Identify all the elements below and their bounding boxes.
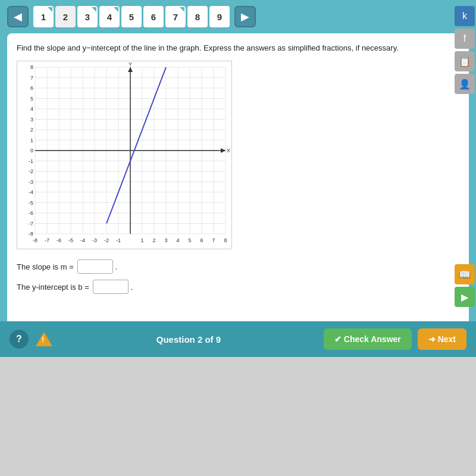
gray-bottom-area	[0, 357, 476, 476]
slope-label: The slope is m =	[17, 262, 74, 271]
nav-num-2[interactable]: 2	[55, 6, 76, 27]
next-button[interactable]: ➜ Next	[418, 328, 466, 350]
nav-num-5[interactable]: 5	[121, 6, 142, 27]
intercept-input[interactable]	[93, 280, 129, 294]
nav-num-6[interactable]: 6	[143, 6, 164, 27]
sidebar-icon-user[interactable]: 👤	[455, 74, 475, 94]
right-sidebar-lower: 📖 ▶	[452, 262, 476, 309]
intercept-period: .	[131, 283, 133, 292]
warning-icon	[36, 332, 52, 346]
right-sidebar: k f 📋 👤	[452, 0, 476, 100]
help-button[interactable]: ?	[10, 330, 29, 349]
nav-num-3[interactable]: 3	[77, 6, 98, 27]
sidebar-icon-f[interactable]: f	[455, 29, 475, 49]
main-card: Find the slope and y−intercept of the li…	[7, 33, 469, 349]
nav-num-7[interactable]: 7	[165, 6, 186, 27]
sidebar-icon-k[interactable]: k	[455, 6, 475, 26]
question-counter: Question 2 of 9	[54, 334, 324, 345]
bottom-left-controls: ?	[10, 330, 54, 349]
next-nav-button[interactable]: ▶	[234, 6, 256, 27]
bottom-bar: ? Question 2 of 9 ✔ Check Answer ➜ Next	[0, 321, 476, 357]
slope-period: .	[115, 262, 118, 271]
nav-num-1[interactable]: 1	[33, 6, 54, 27]
question-text: Find the slope and y−intercept of the li…	[17, 43, 459, 54]
slope-row: The slope is m = .	[17, 259, 459, 274]
top-navigation: ◀ 1 2 3 4 5 6 7 8 9 ▶	[0, 0, 476, 33]
intercept-label: The y-intercept is b =	[17, 283, 89, 292]
answer-section: The slope is m = . The y-intercept is b …	[17, 259, 459, 294]
action-buttons: ✔ Check Answer ➜ Next	[324, 328, 466, 350]
coordinate-graph	[17, 61, 232, 249]
sidebar-icon-clipboard[interactable]: 📋	[455, 51, 475, 71]
slope-input[interactable]	[77, 259, 113, 274]
graph-area	[17, 61, 231, 251]
nav-num-9[interactable]: 9	[209, 6, 230, 27]
prev-button[interactable]: ◀	[7, 6, 29, 27]
warning-button[interactable]	[35, 330, 54, 349]
nav-num-8[interactable]: 8	[187, 6, 208, 27]
nav-num-4[interactable]: 4	[99, 6, 120, 27]
question-numbers: 1 2 3 4 5 6 7 8 9	[33, 6, 230, 27]
sidebar-icon-orange[interactable]: 📖	[455, 264, 475, 284]
intercept-row: The y-intercept is b = .	[17, 280, 459, 294]
check-answer-button[interactable]: ✔ Check Answer	[324, 328, 412, 350]
sidebar-icon-green[interactable]: ▶	[455, 287, 475, 307]
